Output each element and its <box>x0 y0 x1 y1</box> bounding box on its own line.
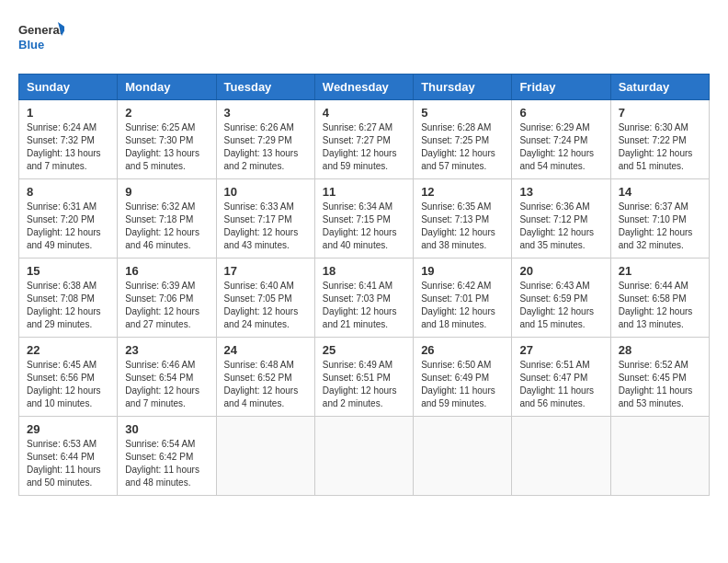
day-number: 10 <box>224 185 307 199</box>
calendar-day-cell: 13 Sunrise: 6:36 AMSunset: 7:12 PMDaylig… <box>512 178 610 258</box>
calendar-day-cell: 12 Sunrise: 6:35 AMSunset: 7:13 PMDaylig… <box>414 178 512 258</box>
calendar-day-cell: 7 Sunrise: 6:30 AMSunset: 7:22 PMDayligh… <box>610 99 709 178</box>
day-info: Sunrise: 6:28 AMSunset: 7:25 PMDaylight:… <box>421 122 495 171</box>
calendar-day-cell: 24 Sunrise: 6:48 AMSunset: 6:52 PMDaylig… <box>216 337 314 416</box>
day-info: Sunrise: 6:46 AMSunset: 6:54 PMDaylight:… <box>125 360 199 408</box>
calendar-day-cell: 16 Sunrise: 6:39 AMSunset: 7:06 PMDaylig… <box>118 258 216 337</box>
calendar-day-cell <box>216 416 314 495</box>
day-number: 11 <box>323 185 405 199</box>
calendar-day-cell: 22 Sunrise: 6:45 AMSunset: 6:56 PMDaylig… <box>19 337 118 416</box>
day-number: 22 <box>27 343 109 357</box>
day-number: 21 <box>619 264 701 278</box>
day-number: 25 <box>323 343 405 357</box>
day-number: 27 <box>519 343 602 357</box>
calendar-day-cell: 8 Sunrise: 6:31 AMSunset: 7:20 PMDayligh… <box>19 178 118 258</box>
calendar-day-cell: 4 Sunrise: 6:27 AMSunset: 7:27 PMDayligh… <box>314 99 413 178</box>
calendar-day-cell: 27 Sunrise: 6:51 AMSunset: 6:47 PMDaylig… <box>512 337 610 416</box>
day-number: 18 <box>323 264 405 278</box>
calendar-day-cell: 1 Sunrise: 6:24 AMSunset: 7:32 PMDayligh… <box>19 99 118 178</box>
day-number: 13 <box>519 185 602 199</box>
calendar-week-row: 29 Sunrise: 6:53 AMSunset: 6:44 PMDaylig… <box>19 416 710 495</box>
page-header: General Blue <box>18 18 710 59</box>
calendar-week-row: 15 Sunrise: 6:38 AMSunset: 7:08 PMDaylig… <box>19 258 710 337</box>
day-info: Sunrise: 6:42 AMSunset: 7:01 PMDaylight:… <box>421 281 495 329</box>
weekday-header-row: SundayMondayTuesdayWednesdayThursdayFrid… <box>19 74 710 99</box>
svg-text:General: General <box>18 23 63 37</box>
weekday-header: Monday <box>118 74 216 99</box>
day-number: 20 <box>519 264 602 278</box>
day-info: Sunrise: 6:29 AMSunset: 7:24 PMDaylight:… <box>519 122 594 171</box>
day-number: 28 <box>619 343 701 357</box>
calendar-day-cell: 2 Sunrise: 6:25 AMSunset: 7:30 PMDayligh… <box>118 99 216 178</box>
day-info: Sunrise: 6:32 AMSunset: 7:18 PMDaylight:… <box>125 201 199 250</box>
calendar-day-cell: 20 Sunrise: 6:43 AMSunset: 6:59 PMDaylig… <box>512 258 610 337</box>
weekday-header: Wednesday <box>314 74 413 99</box>
day-number: 3 <box>224 106 307 120</box>
calendar-day-cell: 19 Sunrise: 6:42 AMSunset: 7:01 PMDaylig… <box>414 258 512 337</box>
day-info: Sunrise: 6:51 AMSunset: 6:47 PMDaylight:… <box>519 360 594 408</box>
day-number: 30 <box>125 422 208 436</box>
calendar-table: SundayMondayTuesdayWednesdayThursdayFrid… <box>18 74 710 496</box>
calendar-day-cell: 15 Sunrise: 6:38 AMSunset: 7:08 PMDaylig… <box>19 258 118 337</box>
weekday-header: Sunday <box>19 74 118 99</box>
calendar-day-cell <box>512 416 610 495</box>
weekday-header: Thursday <box>414 74 512 99</box>
day-info: Sunrise: 6:33 AMSunset: 7:17 PMDaylight:… <box>224 201 299 250</box>
day-info: Sunrise: 6:36 AMSunset: 7:12 PMDaylight:… <box>519 201 594 250</box>
day-info: Sunrise: 6:54 AMSunset: 6:42 PMDaylight:… <box>125 439 199 488</box>
day-number: 29 <box>27 422 109 436</box>
day-number: 4 <box>323 106 405 120</box>
weekday-header: Friday <box>512 74 610 99</box>
day-info: Sunrise: 6:44 AMSunset: 6:58 PMDaylight:… <box>619 281 693 329</box>
day-number: 19 <box>421 264 504 278</box>
day-info: Sunrise: 6:52 AMSunset: 6:45 PMDaylight:… <box>619 360 693 408</box>
day-info: Sunrise: 6:25 AMSunset: 7:30 PMDaylight:… <box>125 122 199 171</box>
day-info: Sunrise: 6:27 AMSunset: 7:27 PMDaylight:… <box>323 122 397 171</box>
day-number: 1 <box>27 106 109 120</box>
day-number: 7 <box>619 106 701 120</box>
calendar-day-cell: 5 Sunrise: 6:28 AMSunset: 7:25 PMDayligh… <box>414 99 512 178</box>
day-info: Sunrise: 6:39 AMSunset: 7:06 PMDaylight:… <box>125 281 199 329</box>
calendar-day-cell: 23 Sunrise: 6:46 AMSunset: 6:54 PMDaylig… <box>118 337 216 416</box>
calendar-day-cell: 28 Sunrise: 6:52 AMSunset: 6:45 PMDaylig… <box>610 337 709 416</box>
day-info: Sunrise: 6:49 AMSunset: 6:51 PMDaylight:… <box>323 360 397 408</box>
day-info: Sunrise: 6:30 AMSunset: 7:22 PMDaylight:… <box>619 122 693 171</box>
day-info: Sunrise: 6:50 AMSunset: 6:49 PMDaylight:… <box>421 360 495 408</box>
calendar-day-cell: 14 Sunrise: 6:37 AMSunset: 7:10 PMDaylig… <box>610 178 709 258</box>
calendar-week-row: 22 Sunrise: 6:45 AMSunset: 6:56 PMDaylig… <box>19 337 710 416</box>
day-number: 8 <box>27 185 109 199</box>
day-info: Sunrise: 6:40 AMSunset: 7:05 PMDaylight:… <box>224 281 299 329</box>
calendar-day-cell: 3 Sunrise: 6:26 AMSunset: 7:29 PMDayligh… <box>216 99 314 178</box>
logo-svg: General Blue <box>18 18 64 59</box>
calendar-week-row: 8 Sunrise: 6:31 AMSunset: 7:20 PMDayligh… <box>19 178 710 258</box>
day-info: Sunrise: 6:37 AMSunset: 7:10 PMDaylight:… <box>619 201 693 250</box>
day-number: 17 <box>224 264 307 278</box>
day-info: Sunrise: 6:38 AMSunset: 7:08 PMDaylight:… <box>27 281 101 329</box>
day-info: Sunrise: 6:53 AMSunset: 6:44 PMDaylight:… <box>27 439 101 488</box>
day-info: Sunrise: 6:31 AMSunset: 7:20 PMDaylight:… <box>27 201 101 250</box>
day-info: Sunrise: 6:41 AMSunset: 7:03 PMDaylight:… <box>323 281 397 329</box>
day-info: Sunrise: 6:34 AMSunset: 7:15 PMDaylight:… <box>323 201 397 250</box>
weekday-header: Tuesday <box>216 74 314 99</box>
calendar-day-cell: 17 Sunrise: 6:40 AMSunset: 7:05 PMDaylig… <box>216 258 314 337</box>
calendar-day-cell: 18 Sunrise: 6:41 AMSunset: 7:03 PMDaylig… <box>314 258 413 337</box>
day-number: 15 <box>27 264 109 278</box>
calendar-day-cell: 11 Sunrise: 6:34 AMSunset: 7:15 PMDaylig… <box>314 178 413 258</box>
calendar-day-cell: 25 Sunrise: 6:49 AMSunset: 6:51 PMDaylig… <box>314 337 413 416</box>
calendar-day-cell <box>314 416 413 495</box>
day-number: 26 <box>421 343 504 357</box>
day-info: Sunrise: 6:35 AMSunset: 7:13 PMDaylight:… <box>421 201 495 250</box>
calendar-day-cell <box>610 416 709 495</box>
day-number: 6 <box>519 106 602 120</box>
calendar-day-cell: 29 Sunrise: 6:53 AMSunset: 6:44 PMDaylig… <box>19 416 118 495</box>
day-number: 5 <box>421 106 504 120</box>
calendar-day-cell: 9 Sunrise: 6:32 AMSunset: 7:18 PMDayligh… <box>118 178 216 258</box>
calendar-day-cell <box>414 416 512 495</box>
day-number: 23 <box>125 343 208 357</box>
calendar-day-cell: 30 Sunrise: 6:54 AMSunset: 6:42 PMDaylig… <box>118 416 216 495</box>
day-info: Sunrise: 6:48 AMSunset: 6:52 PMDaylight:… <box>224 360 299 408</box>
day-number: 2 <box>125 106 208 120</box>
weekday-header: Saturday <box>610 74 709 99</box>
calendar-day-cell: 10 Sunrise: 6:33 AMSunset: 7:17 PMDaylig… <box>216 178 314 258</box>
logo: General Blue <box>18 18 64 59</box>
